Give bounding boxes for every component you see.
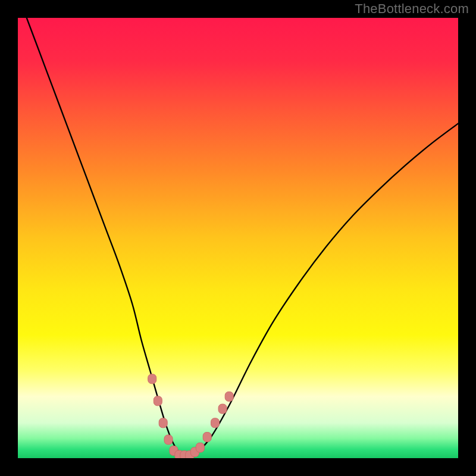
bottleneck-plot [18, 18, 458, 458]
curve-marker [225, 392, 233, 401]
watermark-text: TheBottleneck.com [355, 1, 469, 17]
curve-marker [203, 432, 211, 441]
chart-frame: TheBottleneck.com [0, 0, 476, 476]
curve-marker [211, 418, 220, 428]
curve-marker [154, 396, 162, 406]
gradient-background [18, 18, 458, 458]
curve-marker [148, 374, 156, 384]
curve-marker [159, 418, 167, 428]
curve-marker [164, 435, 173, 444]
curve-marker [218, 404, 227, 414]
curve-marker [196, 443, 204, 452]
